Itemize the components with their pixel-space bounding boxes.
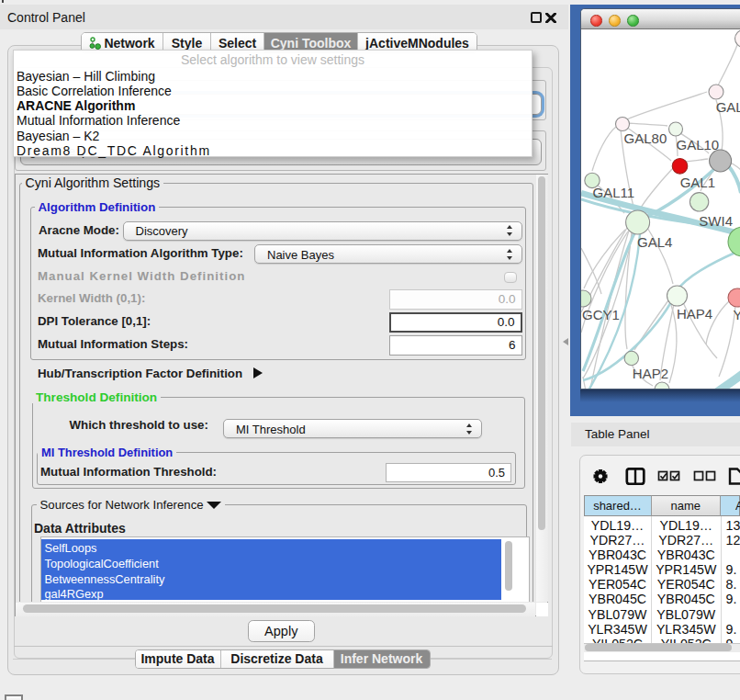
svg-text:GAL2: GAL2 — [716, 99, 740, 115]
svg-text:GAL1: GAL1 — [680, 175, 715, 190]
svg-text:GAL11: GAL11 — [593, 185, 635, 200]
svg-text:GAL80: GAL80 — [624, 130, 667, 146]
svg-text:GAL10: GAL10 — [677, 137, 720, 152]
svg-text:YDR: YDR — [734, 307, 740, 322]
svg-text:GAL4: GAL4 — [637, 234, 672, 250]
svg-text:SWI4: SWI4 — [699, 213, 733, 229]
svg-text:GCY1: GCY1 — [582, 307, 620, 322]
svg-text:HAP4: HAP4 — [677, 306, 712, 322]
svg-text:HAP2: HAP2 — [633, 366, 668, 381]
